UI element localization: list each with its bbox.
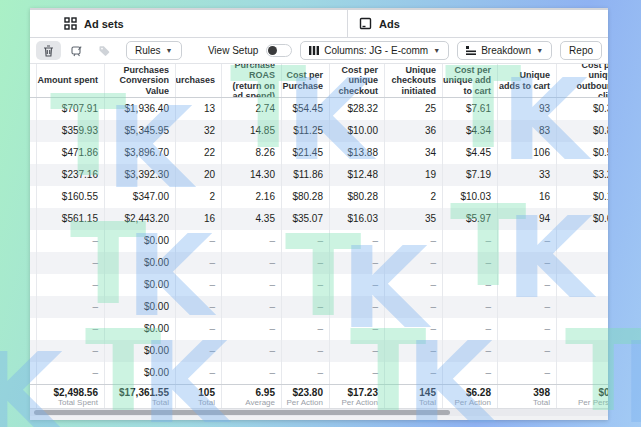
table-row[interactable]: $561.15$2,443.20164.35$35.07$16.0335$5.9… [30, 208, 608, 230]
tab-ads-label: Ads [379, 18, 400, 30]
table-row[interactable]: –$0.00–––––––– [30, 362, 608, 384]
delete-button[interactable] [36, 41, 61, 60]
table-row[interactable]: $160.55$347.0022.16$80.28$80.282$10.0316… [30, 186, 608, 208]
table-cell: $2,443.20 [105, 208, 176, 230]
table-cell: – [443, 252, 498, 274]
totals-value: $17.23 [347, 387, 378, 398]
table-cell: $80.28 [330, 186, 385, 208]
cell-clipped [30, 120, 37, 142]
table-cell: 2 [176, 186, 222, 208]
chevron-down-icon: ▼ [166, 47, 173, 54]
table-cell: – [498, 230, 557, 252]
column-header[interactable]: Purchase ROAS (return on ad spend) [222, 64, 282, 97]
table-cell: $16.03 [330, 208, 385, 230]
totals-value: 105 [198, 387, 215, 398]
columns-icon [309, 46, 319, 55]
totals-cell: $0.5Per Person [557, 385, 608, 408]
horizontal-scrollbar[interactable] [30, 408, 608, 416]
cell-clipped [30, 230, 37, 252]
scrollbar-thumb[interactable] [34, 410, 450, 415]
tag-button[interactable] [92, 41, 117, 60]
chevron-down-icon: ▼ [536, 47, 543, 54]
totals-cell: $2,498.56Total Spent [37, 385, 105, 408]
table-cell: – [222, 318, 282, 340]
table-cell: – [330, 362, 385, 384]
table-cell: – [176, 362, 222, 384]
table-cell: – [222, 252, 282, 274]
column-header[interactable]: Purchases Conversion Value [105, 64, 176, 97]
table-cell: $5.97 [443, 208, 498, 230]
column-header[interactable]: Cost per unique checkout [330, 64, 385, 97]
breakdown-button[interactable]: Breakdown ▼ [457, 41, 552, 60]
table-cell: $4.34 [443, 120, 498, 142]
totals-label: Total Spent [58, 398, 98, 407]
breakdown-button-label: Breakdown [481, 45, 531, 56]
rules-button[interactable]: Rules ▼ [126, 41, 182, 60]
table-cell: – [557, 340, 608, 362]
table-cell: – [443, 362, 498, 384]
table-cell: $54.45 [282, 98, 330, 120]
table-cell: 93 [498, 98, 557, 120]
cell-clipped [30, 274, 37, 296]
reports-button-label: Repo [569, 45, 593, 56]
table-cell: – [557, 318, 608, 340]
table-row[interactable]: $471.86$3,896.70228.26$21.45$13.8834$4.4… [30, 142, 608, 164]
table-cell: $561.15 [37, 208, 105, 230]
table-cell: $10.00 [330, 120, 385, 142]
table-cell: – [557, 362, 608, 384]
cell-clipped [30, 186, 37, 208]
tab-ad-sets-label: Ad sets [84, 18, 124, 30]
table-row[interactable]: –$0.00–––––––– [30, 274, 608, 296]
table-cell: $0.88 [557, 120, 608, 142]
table-row[interactable]: –$0.00–––––––– [30, 318, 608, 340]
table-cell: – [222, 230, 282, 252]
tab-ads[interactable]: Ads [348, 10, 608, 37]
table-cell: 32 [176, 120, 222, 142]
column-header[interactable]: Cost per unique add to cart [443, 64, 498, 97]
table-cell: – [176, 252, 222, 274]
table-cell: $21.45 [282, 142, 330, 164]
column-header[interactable]: Unique checkouts initiated [385, 64, 443, 97]
column-header[interactable]: Cost per Purchase [282, 64, 330, 97]
table-cell: $80.28 [282, 186, 330, 208]
table-row[interactable]: $237.16$3,392.302014.30$11.86$12.4819$7.… [30, 164, 608, 186]
column-header[interactable]: Purchases [176, 64, 222, 97]
table-row[interactable]: $707.91$1,936.40132.74$54.45$28.3225$7.6… [30, 98, 608, 120]
table-row[interactable]: –$0.00–––––––– [30, 340, 608, 362]
view-setup-toggle[interactable] [266, 44, 292, 57]
breakdown-icon [466, 46, 476, 55]
tab-ad-sets[interactable]: Ad sets [30, 10, 348, 37]
table-cell: 34 [385, 142, 443, 164]
totals-cell: $23.80Per Action [282, 385, 330, 408]
table-cell: $10.03 [443, 186, 498, 208]
reports-button[interactable]: Repo [560, 41, 602, 60]
edit-button[interactable] [64, 41, 89, 60]
chevron-down-icon: ▼ [433, 47, 440, 54]
table-cell: $3,896.70 [105, 142, 176, 164]
cell-clipped [30, 318, 37, 340]
table-row[interactable]: $359.93$5,345.953214.85$11.25$10.0036$4.… [30, 120, 608, 142]
table-cell: 35 [385, 208, 443, 230]
totals-row: $2,498.56Total Spent$17,361.55Total105To… [30, 384, 608, 408]
table-cell: 2.74 [222, 98, 282, 120]
column-header[interactable]: Unique adds to cart [498, 64, 557, 97]
table-cell: 94 [498, 208, 557, 230]
table-cell: $0.53 [557, 142, 608, 164]
columns-button[interactable]: Columns: JG - E-comm ▼ [300, 41, 449, 60]
table-cell: – [557, 230, 608, 252]
totals-cell: 6.95Average [222, 385, 282, 408]
table-cell: $13.88 [330, 142, 385, 164]
column-header[interactable]: Cost per unique outbound click [557, 64, 608, 97]
table-cell: – [498, 318, 557, 340]
table-row[interactable]: –$0.00–––––––– [30, 296, 608, 318]
column-header[interactable]: Amount spent [37, 64, 105, 97]
table-cell: $1,936.40 [105, 98, 176, 120]
table-cell: – [37, 230, 105, 252]
totals-cell: 105Total [176, 385, 222, 408]
cell-clipped [30, 252, 37, 274]
table-row[interactable]: –$0.00–––––––– [30, 252, 608, 274]
table-cell: – [37, 274, 105, 296]
table-row[interactable]: –$0.00–––––––– [30, 230, 608, 252]
table-cell: – [330, 230, 385, 252]
table-cell: – [385, 230, 443, 252]
